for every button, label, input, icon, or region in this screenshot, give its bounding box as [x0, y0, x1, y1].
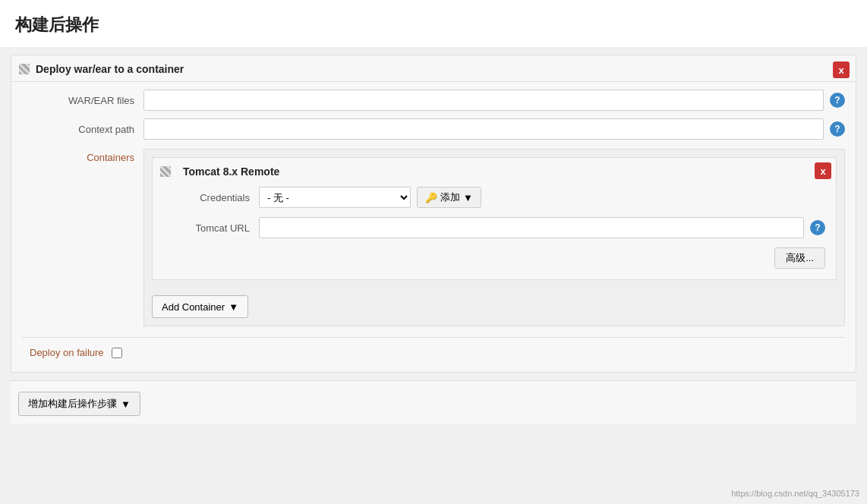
add-dropdown-arrow-icon: ▼	[463, 192, 473, 203]
add-step-arrow-icon: ▼	[121, 398, 131, 410]
key-icon: 🔑	[425, 192, 437, 203]
containers-content: x Tomcat 8.x Remote Credentials - 无 -	[143, 147, 845, 334]
container-icon	[160, 166, 171, 177]
section-header: Deploy war/ear to a container	[11, 55, 856, 82]
containers-row: Containers x Tomcat 8.x Remote Credentia…	[22, 147, 845, 334]
war-ear-row: WAR/EAR files ?	[22, 90, 845, 111]
war-ear-input[interactable]	[143, 90, 824, 111]
containers-area: x Tomcat 8.x Remote Credentials - 无 -	[143, 149, 845, 326]
credentials-add-button[interactable]: 🔑 添加 ▼	[417, 187, 481, 208]
tomcat-url-label: Tomcat URL	[160, 222, 259, 234]
container-close-button[interactable]: x	[815, 162, 831, 179]
context-path-row: Context path ?	[22, 118, 845, 140]
form-body: WAR/EAR files ? Context path ? Container…	[11, 82, 856, 372]
context-path-help-button[interactable]: ?	[830, 121, 845, 137]
post-build-section: Deploy war/ear to a container x WAR/EAR …	[11, 55, 856, 373]
add-step-button[interactable]: 增加构建后操作步骤 ▼	[18, 392, 140, 416]
add-step-label: 增加构建后操作步骤	[28, 397, 117, 411]
tomcat-url-row: Tomcat URL ?	[160, 217, 825, 238]
page-title: 构建后操作	[0, 0, 867, 47]
deploy-on-failure-row: Deploy on failure	[22, 337, 845, 364]
context-path-label: Context path	[22, 124, 143, 135]
add-container-button[interactable]: Add Container ▼	[152, 295, 248, 318]
advanced-btn-row: 高级...	[160, 247, 825, 269]
credentials-label: Credentials	[160, 192, 259, 203]
tomcat-url-help-button[interactable]: ?	[810, 220, 825, 235]
war-ear-help-button[interactable]: ?	[830, 93, 845, 108]
bottom-bar: 增加构建后操作步骤 ▼	[11, 380, 856, 424]
container-inner-header: Tomcat 8.x Remote	[160, 165, 825, 178]
war-ear-label: WAR/EAR files	[22, 95, 143, 106]
section-close-button[interactable]: x	[833, 61, 850, 78]
tomcat-url-input[interactable]	[259, 217, 804, 238]
advanced-button[interactable]: 高级...	[774, 247, 825, 269]
container-inner: x Tomcat 8.x Remote Credentials - 无 -	[152, 157, 837, 280]
credentials-select[interactable]: - 无 -	[259, 187, 411, 208]
deploy-on-failure-checkbox[interactable]	[112, 348, 122, 358]
footer-url: https://blog.csdn.net/qq_34305173	[731, 489, 859, 498]
add-container-label: Add Container	[162, 301, 225, 313]
containers-label: Containers	[22, 147, 143, 163]
context-path-input[interactable]	[143, 118, 824, 140]
add-container-arrow-icon: ▼	[229, 301, 238, 313]
section-title: Deploy war/ear to a container	[36, 63, 184, 75]
container-title: Tomcat 8.x Remote	[183, 165, 279, 178]
add-button-label: 添加	[440, 191, 460, 204]
add-container-row: Add Container ▼	[152, 288, 837, 318]
section-icon	[19, 64, 30, 74]
credentials-row: Credentials - 无 - 🔑 添加 ▼	[160, 187, 825, 208]
deploy-on-failure-label: Deploy on failure	[30, 347, 104, 358]
